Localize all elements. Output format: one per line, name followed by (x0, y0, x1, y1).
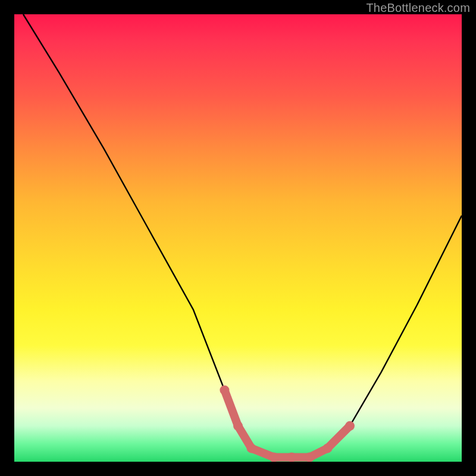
highlight-dot (322, 443, 332, 453)
highlight-dot (247, 443, 256, 453)
highlight-dot (220, 386, 229, 395)
bottleneck-curve-path (23, 14, 462, 458)
highlight-dot (287, 453, 296, 462)
highlight-dot (305, 453, 314, 462)
chart-svg (14, 14, 462, 462)
chart-frame: TheBottleneck.com (0, 0, 476, 476)
watermark-label: TheBottleneck.com (366, 1, 470, 15)
plot-area (14, 14, 462, 462)
optimal-zone (220, 386, 355, 462)
highlight-dot (269, 453, 278, 462)
highlight-dot (233, 421, 243, 431)
highlight-dot (345, 421, 355, 431)
